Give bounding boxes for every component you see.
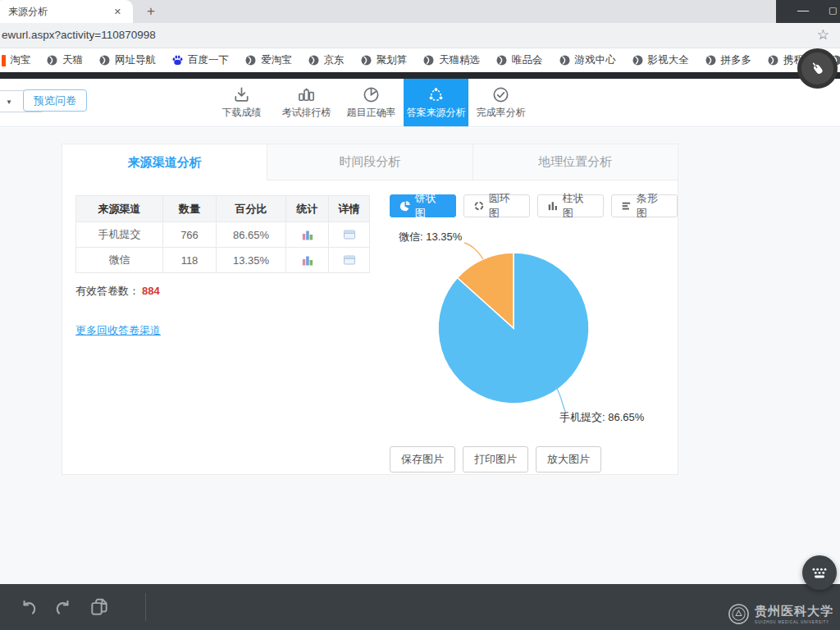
pie-icon <box>399 200 411 212</box>
nav-answer-source[interactable]: 答案来源分析 <box>404 79 468 126</box>
bookmark-games[interactable]: 游戏中心 <box>559 53 616 67</box>
detail-window-icon[interactable] <box>343 228 356 241</box>
globe-icon <box>308 54 320 66</box>
bookmark-nav[interactable]: 网址导航 <box>98 53 156 67</box>
analysis-tabs: 来源渠道分析 时间段分析 地理位置分析 <box>62 144 678 180</box>
minimize-button[interactable]: — <box>797 3 809 16</box>
col-stats: 统计 <box>286 196 329 222</box>
bookmark-juhuasuan[interactable]: 聚划算 <box>360 53 408 67</box>
undo-button[interactable] <box>18 597 39 622</box>
save-image-button[interactable]: 保存图片 <box>390 446 455 472</box>
nav-download-scores[interactable]: 下载成绩 <box>209 79 274 126</box>
keyboard-button[interactable] <box>802 555 837 590</box>
stats-bar-icon[interactable] <box>301 228 314 241</box>
col-count: 数量 <box>163 196 217 222</box>
globe-icon <box>244 54 257 66</box>
redo-button[interactable] <box>52 597 74 622</box>
ranking-icon <box>297 85 316 104</box>
tab-source-channel[interactable]: 来源渠道分析 <box>62 144 267 180</box>
page-divider-bar <box>0 72 840 79</box>
browser-tab[interactable]: 来源分析 ✕ <box>0 0 133 23</box>
bar-chart-button[interactable]: 条形图 <box>611 194 678 217</box>
globe-icon <box>46 54 58 66</box>
maximize-button[interactable]: ▢ <box>829 5 837 16</box>
bookmark-pdd[interactable]: 拼多多 <box>705 53 752 67</box>
bookmark-vip[interactable]: 唯品会 <box>495 53 543 67</box>
window-controls: — ▢ <box>776 0 840 23</box>
table-row: 微信 118 13.35% <box>76 248 370 273</box>
bookmark-tmall-select[interactable]: 天猫精选 <box>422 53 480 67</box>
globe-icon <box>767 54 779 66</box>
col-channel: 来源渠道 <box>76 196 163 222</box>
nav-question-accuracy[interactable]: 题目正确率 <box>339 79 404 126</box>
bookmark-baidu[interactable]: 百度一下 <box>171 53 229 67</box>
bookmark-jd[interactable]: 京东 <box>308 53 345 67</box>
tab-close-icon[interactable]: ✕ <box>111 5 125 19</box>
screen: 来源分析 ✕ + — ▢ ewurl.aspx?activity=1108709… <box>0 0 840 630</box>
bookmark-tmall[interactable]: 天猫 <box>46 53 83 67</box>
donut-chart-button[interactable]: 圆环图 <box>463 194 530 217</box>
new-tab-button[interactable]: + <box>141 2 161 21</box>
table-row: 手机提交 766 86.65% <box>76 222 370 248</box>
university-seal-icon <box>728 603 750 625</box>
annotation-toolbar: 贵州医科大学 GUIZHOU MEDICAL UNIVERSITY <box>0 584 840 630</box>
share-network-icon <box>427 85 445 104</box>
university-name-cn: 贵州医科大学 <box>755 604 833 619</box>
university-name-en: GUIZHOU MEDICAL UNIVERSITY <box>755 620 833 624</box>
chart-type-buttons: 饼状图 圆环图 柱状图 条形图 <box>390 194 678 217</box>
detail-window-icon[interactable] <box>343 253 356 267</box>
copy-page-button[interactable] <box>89 596 110 621</box>
table-header-row: 来源渠道 数量 百分比 统计 详情 <box>76 196 370 222</box>
globe-icon <box>495 54 508 66</box>
baidu-icon <box>171 54 184 66</box>
analysis-nav: 下载成绩 考试排行榜 题目正确率 答案来源分析 完成率分析 <box>209 79 533 126</box>
taobao-icon <box>2 55 6 66</box>
bookmark-aitaobao[interactable]: 爱淘宝 <box>244 53 292 67</box>
pie-label-mobile: 手机提交: 86.65% <box>559 410 644 425</box>
pie-chart-button[interactable]: 饼状图 <box>390 194 456 217</box>
page-content: 来源渠道分析 时间段分析 地理位置分析 来源渠道 数量 百分比 统计 详情 手机… <box>0 128 840 584</box>
globe-icon <box>559 54 571 66</box>
globe-icon <box>422 54 435 66</box>
preview-questionnaire-button[interactable]: 预览问卷 <box>23 89 87 112</box>
mouse-icon <box>808 59 828 79</box>
chevron-down-icon: ▼ <box>6 98 12 106</box>
tab-title: 来源分析 <box>8 5 111 19</box>
redo-icon <box>52 597 74 619</box>
nav-exam-ranking[interactable]: 考试排行榜 <box>274 79 339 126</box>
university-logo: 贵州医科大学 GUIZHOU MEDICAL UNIVERSITY <box>728 603 833 625</box>
undo-icon <box>18 597 39 619</box>
globe-icon <box>632 54 644 66</box>
browser-tab-strip: 来源分析 ✕ + — ▢ <box>0 0 840 23</box>
url-bar[interactable]: ewurl.aspx?activity=110870998 ☆ <box>0 23 840 48</box>
download-icon <box>232 85 251 104</box>
bookmark-star-icon[interactable]: ☆ <box>817 26 829 43</box>
pie-chart-icon <box>362 85 381 104</box>
mouse-indicator-overlay <box>797 48 838 89</box>
survey-toolbar: ▼ 预览问卷 下载成绩 考试排行榜 题目正确率 答案来源分析 完成率分析 <box>0 79 840 127</box>
column-chart-button[interactable]: 柱状图 <box>537 194 604 217</box>
donut-icon <box>473 200 485 212</box>
bar-icon <box>621 200 632 212</box>
bookmark-movies[interactable]: 影视大全 <box>632 53 689 67</box>
tab-time-period[interactable]: 时间段分析 <box>267 144 472 180</box>
bookmark-taobao[interactable]: 淘宝 <box>2 53 30 67</box>
zoom-image-button[interactable]: 放大图片 <box>536 446 601 472</box>
toolbar-divider <box>145 593 146 621</box>
print-image-button[interactable]: 打印图片 <box>463 446 528 472</box>
stats-bar-icon[interactable] <box>301 253 314 267</box>
valid-count-value: 884 <box>142 285 160 297</box>
globe-icon <box>98 54 111 66</box>
nav-completion-rate[interactable]: 完成率分析 <box>468 79 533 126</box>
source-table: 来源渠道 数量 百分比 统计 详情 手机提交 766 86.65% <box>75 195 370 273</box>
globe-icon <box>705 54 717 66</box>
url-text: ewurl.aspx?activity=110870998 <box>2 29 156 41</box>
pie-label-wechat: 微信: 13.35% <box>399 230 462 244</box>
tab-geolocation[interactable]: 地理位置分析 <box>472 144 678 180</box>
valid-count-line: 有效答卷数：884 <box>75 284 160 299</box>
pie-slices <box>438 253 589 404</box>
col-detail: 详情 <box>329 196 370 222</box>
column-icon <box>547 200 559 212</box>
keyboard-icon <box>809 562 830 583</box>
more-channels-link[interactable]: 更多回收答卷渠道 <box>75 323 161 338</box>
